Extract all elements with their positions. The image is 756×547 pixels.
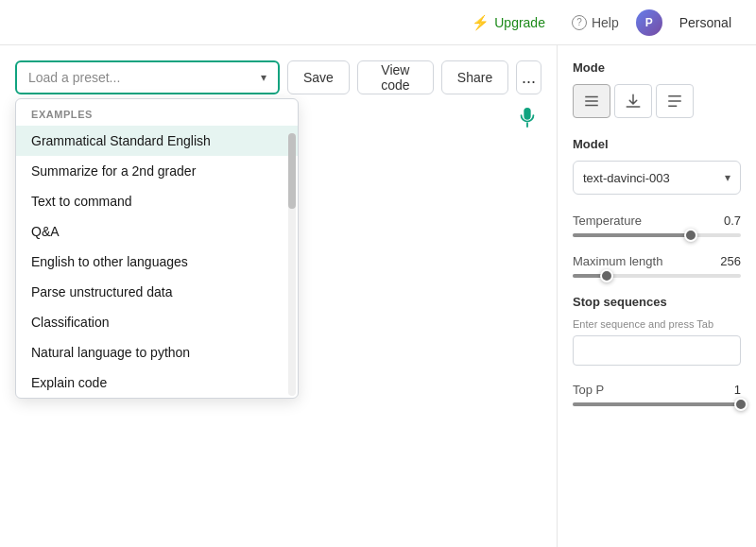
dropdown-scrollbar-thumb — [288, 133, 296, 209]
avatar[interactable]: P — [636, 9, 662, 36]
lines-mode-icon — [666, 93, 683, 110]
lightning-icon: ⚡ — [472, 14, 490, 31]
max-length-value: 256 — [720, 254, 741, 268]
top-p-thumb — [734, 398, 747, 411]
right-panel: Mode — [558, 45, 756, 547]
top-p-value: 1 — [734, 383, 741, 397]
mic-button[interactable] — [517, 107, 538, 130]
mic-icon — [517, 107, 538, 128]
dropdown-item-3[interactable]: Q&A — [16, 216, 298, 247]
dropdown-item-0[interactable]: Grammatical Standard English — [16, 126, 298, 156]
help-button[interactable]: ? Help — [562, 10, 628, 35]
more-options-button[interactable]: ... — [516, 60, 541, 94]
upgrade-label: Upgrade — [494, 15, 545, 30]
temperature-value: 0.7 — [724, 214, 741, 228]
dropdown-section-header: EXAMPLES — [16, 99, 298, 126]
max-length-section: Maximum length 256 — [573, 254, 741, 278]
stop-sequences-input[interactable] — [573, 335, 741, 366]
model-select[interactable]: text-davinci-003 ▾ — [573, 161, 741, 195]
preset-dropdown[interactable]: Load a preset... ▾ — [15, 60, 280, 94]
max-length-slider[interactable] — [573, 274, 741, 278]
personal-label: Personal — [679, 15, 731, 30]
top-p-label: Top P — [573, 383, 604, 397]
temperature-header: Temperature 0.7 — [573, 214, 741, 228]
top-p-section: Top P 1 — [573, 383, 741, 406]
dropdown-item-6[interactable]: Classification — [16, 307, 298, 337]
stop-sequences-subtitle: Enter sequence and press Tab — [573, 318, 741, 330]
help-circle-icon: ? — [572, 15, 587, 30]
upgrade-button[interactable]: ⚡ Upgrade — [462, 9, 555, 36]
view-code-button[interactable]: View code — [357, 60, 434, 94]
help-label: Help — [592, 15, 619, 30]
dropdown-scrollbar[interactable] — [288, 133, 296, 396]
mode-btn-list[interactable] — [573, 84, 610, 118]
avatar-initials: P — [645, 16, 653, 29]
personal-button[interactable]: Personal — [670, 10, 741, 35]
dropdown-item-1[interactable]: Summarize for a 2nd grader — [16, 156, 298, 186]
more-dots-icon: ... — [522, 68, 536, 88]
left-panel: Load a preset... ▾ EXAMPLES Grammatical … — [0, 45, 558, 547]
temperature-thumb — [684, 229, 697, 242]
preset-dropdown-value: Load a preset... — [28, 70, 120, 85]
mode-label: Mode — [573, 60, 741, 75]
dropdown-item-2[interactable]: Text to command — [16, 186, 298, 216]
download-mode-icon — [625, 93, 642, 110]
stop-sequences-section: Stop sequences Enter sequence and press … — [573, 295, 741, 366]
model-value: text-davinci-003 — [583, 171, 670, 185]
dropdown-item-4[interactable]: English to other languages — [16, 247, 298, 277]
temperature-label: Temperature — [573, 214, 642, 228]
temperature-section: Temperature 0.7 — [573, 214, 741, 237]
top-p-slider[interactable] — [573, 402, 741, 406]
max-length-label: Maximum length — [573, 254, 662, 268]
dropdown-list: EXAMPLES Grammatical Standard English Su… — [15, 98, 299, 399]
top-p-header: Top P 1 — [573, 383, 741, 397]
dropdown-item-7[interactable]: Natural language to python — [16, 337, 298, 368]
stop-sequences-label: Stop sequences — [573, 295, 741, 309]
temperature-slider[interactable] — [573, 233, 741, 237]
list-mode-icon — [583, 93, 600, 110]
share-button[interactable]: Share — [441, 60, 508, 94]
model-label: Model — [573, 137, 741, 151]
max-length-header: Maximum length 256 — [573, 254, 741, 268]
dropdown-item-8[interactable]: Explain code — [16, 368, 298, 398]
toolbar: Load a preset... ▾ EXAMPLES Grammatical … — [15, 60, 541, 94]
model-chevron-icon: ▾ — [725, 171, 730, 184]
mode-btn-download[interactable] — [614, 84, 652, 118]
main-area: Load a preset... ▾ EXAMPLES Grammatical … — [0, 45, 756, 547]
dropdown-item-5[interactable]: Parse unstructured data — [16, 277, 298, 307]
navbar: ⚡ Upgrade ? Help P Personal — [0, 0, 756, 45]
max-length-thumb — [600, 269, 613, 282]
temperature-fill — [573, 233, 691, 237]
top-p-fill — [573, 402, 741, 406]
mode-btn-lines[interactable] — [656, 84, 694, 118]
model-section: Model text-davinci-003 ▾ — [573, 137, 741, 195]
save-button[interactable]: Save — [287, 60, 350, 94]
mode-buttons — [573, 84, 741, 118]
preset-dropdown-container: Load a preset... ▾ EXAMPLES Grammatical … — [15, 60, 280, 94]
chevron-down-icon: ▾ — [261, 71, 266, 84]
